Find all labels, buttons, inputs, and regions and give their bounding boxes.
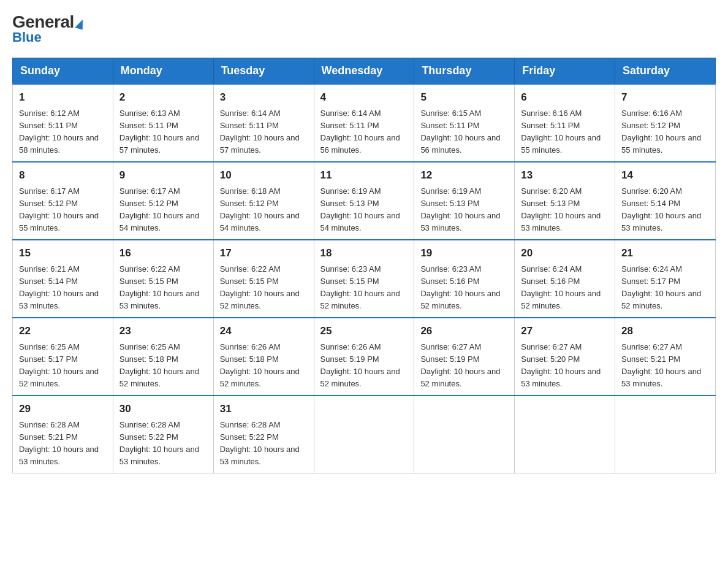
week-row-2: 8Sunrise: 6:17 AMSunset: 5:12 PMDaylight… [13, 162, 716, 240]
day-info: Sunrise: 6:23 AMSunset: 5:15 PMDaylight:… [320, 263, 408, 313]
day-info: Sunrise: 6:28 AMSunset: 5:22 PMDaylight:… [220, 419, 308, 469]
calendar-cell: 8Sunrise: 6:17 AMSunset: 5:12 PMDaylight… [13, 162, 113, 240]
day-number: 5 [420, 90, 508, 105]
day-info: Sunrise: 6:18 AMSunset: 5:12 PMDaylight:… [220, 185, 308, 235]
week-row-4: 22Sunrise: 6:25 AMSunset: 5:17 PMDayligh… [13, 318, 716, 396]
day-number: 21 [621, 245, 709, 261]
calendar-cell: 14Sunrise: 6:20 AMSunset: 5:14 PMDayligh… [615, 162, 716, 240]
calendar-cell: 15Sunrise: 6:21 AMSunset: 5:14 PMDayligh… [13, 240, 113, 318]
day-number: 2 [119, 90, 207, 105]
day-number: 12 [420, 167, 508, 183]
day-info: Sunrise: 6:20 AMSunset: 5:13 PMDaylight:… [521, 185, 609, 235]
calendar-cell: 10Sunrise: 6:18 AMSunset: 5:12 PMDayligh… [213, 162, 314, 240]
calendar-cell [615, 396, 716, 473]
day-info: Sunrise: 6:15 AMSunset: 5:11 PMDaylight:… [420, 107, 508, 157]
day-number: 8 [19, 167, 107, 183]
calendar-cell: 31Sunrise: 6:28 AMSunset: 5:22 PMDayligh… [213, 396, 314, 473]
calendar-cell: 17Sunrise: 6:22 AMSunset: 5:15 PMDayligh… [213, 240, 314, 318]
day-info: Sunrise: 6:25 AMSunset: 5:18 PMDaylight:… [119, 341, 207, 391]
day-header-saturday: Saturday [615, 58, 716, 85]
day-info: Sunrise: 6:17 AMSunset: 5:12 PMDaylight:… [19, 185, 107, 235]
calendar-cell: 22Sunrise: 6:25 AMSunset: 5:17 PMDayligh… [13, 318, 113, 396]
day-info: Sunrise: 6:12 AMSunset: 5:11 PMDaylight:… [19, 107, 107, 157]
day-number: 26 [420, 323, 508, 339]
day-info: Sunrise: 6:16 AMSunset: 5:12 PMDaylight:… [621, 107, 709, 157]
day-info: Sunrise: 6:28 AMSunset: 5:21 PMDaylight:… [19, 419, 107, 469]
day-info: Sunrise: 6:27 AMSunset: 5:21 PMDaylight:… [621, 341, 709, 391]
calendar-cell: 27Sunrise: 6:27 AMSunset: 5:20 PMDayligh… [515, 318, 615, 396]
day-number: 25 [320, 323, 408, 339]
day-info: Sunrise: 6:21 AMSunset: 5:14 PMDaylight:… [19, 263, 107, 313]
calendar-cell [515, 396, 615, 473]
day-number: 16 [119, 245, 207, 261]
day-number: 30 [119, 401, 207, 417]
day-header-friday: Friday [515, 58, 615, 85]
calendar-cell: 7Sunrise: 6:16 AMSunset: 5:12 PMDaylight… [615, 84, 716, 162]
calendar-table: SundayMondayTuesdayWednesdayThursdayFrid… [12, 58, 716, 473]
day-number: 14 [621, 167, 709, 183]
day-header-wednesday: Wednesday [314, 58, 414, 85]
day-info: Sunrise: 6:24 AMSunset: 5:17 PMDaylight:… [621, 263, 709, 313]
calendar-cell: 16Sunrise: 6:22 AMSunset: 5:15 PMDayligh… [113, 240, 213, 318]
week-row-1: 1Sunrise: 6:12 AMSunset: 5:11 PMDaylight… [13, 84, 716, 162]
day-info: Sunrise: 6:28 AMSunset: 5:22 PMDaylight:… [119, 419, 207, 469]
calendar-cell: 12Sunrise: 6:19 AMSunset: 5:13 PMDayligh… [414, 162, 515, 240]
day-info: Sunrise: 6:14 AMSunset: 5:11 PMDaylight:… [320, 107, 408, 157]
calendar-cell: 5Sunrise: 6:15 AMSunset: 5:11 PMDaylight… [414, 84, 515, 162]
day-number: 18 [320, 245, 408, 261]
logo-blue: Blue [12, 29, 42, 45]
page-header: General Blue [12, 12, 716, 45]
day-info: Sunrise: 6:27 AMSunset: 5:19 PMDaylight:… [420, 341, 508, 391]
week-row-3: 15Sunrise: 6:21 AMSunset: 5:14 PMDayligh… [13, 240, 716, 318]
day-info: Sunrise: 6:19 AMSunset: 5:13 PMDaylight:… [420, 185, 508, 235]
logo-icon [75, 18, 85, 29]
calendar-cell: 19Sunrise: 6:23 AMSunset: 5:16 PMDayligh… [414, 240, 515, 318]
calendar-cell: 6Sunrise: 6:16 AMSunset: 5:11 PMDaylight… [515, 84, 615, 162]
calendar-cell: 30Sunrise: 6:28 AMSunset: 5:22 PMDayligh… [113, 396, 213, 473]
calendar-cell: 26Sunrise: 6:27 AMSunset: 5:19 PMDayligh… [414, 318, 515, 396]
day-info: Sunrise: 6:27 AMSunset: 5:20 PMDaylight:… [521, 341, 609, 391]
day-number: 4 [320, 90, 408, 105]
day-info: Sunrise: 6:24 AMSunset: 5:16 PMDaylight:… [521, 263, 609, 313]
day-number: 19 [420, 245, 508, 261]
day-info: Sunrise: 6:22 AMSunset: 5:15 PMDaylight:… [119, 263, 207, 313]
day-number: 31 [220, 401, 308, 417]
calendar-cell: 24Sunrise: 6:26 AMSunset: 5:18 PMDayligh… [213, 318, 314, 396]
calendar-cell: 25Sunrise: 6:26 AMSunset: 5:19 PMDayligh… [314, 318, 414, 396]
day-number: 22 [19, 323, 107, 339]
calendar-cell: 23Sunrise: 6:25 AMSunset: 5:18 PMDayligh… [113, 318, 213, 396]
calendar-cell: 21Sunrise: 6:24 AMSunset: 5:17 PMDayligh… [615, 240, 716, 318]
day-number: 13 [521, 167, 609, 183]
calendar-cell: 9Sunrise: 6:17 AMSunset: 5:12 PMDaylight… [113, 162, 213, 240]
calendar-cell: 20Sunrise: 6:24 AMSunset: 5:16 PMDayligh… [515, 240, 615, 318]
day-info: Sunrise: 6:14 AMSunset: 5:11 PMDaylight:… [220, 107, 308, 157]
day-number: 1 [19, 90, 107, 105]
logo-general: General [12, 12, 74, 31]
day-info: Sunrise: 6:22 AMSunset: 5:15 PMDaylight:… [220, 263, 308, 313]
day-info: Sunrise: 6:26 AMSunset: 5:18 PMDaylight:… [220, 341, 308, 391]
calendar-cell: 11Sunrise: 6:19 AMSunset: 5:13 PMDayligh… [314, 162, 414, 240]
day-info: Sunrise: 6:20 AMSunset: 5:14 PMDaylight:… [621, 185, 709, 235]
day-info: Sunrise: 6:25 AMSunset: 5:17 PMDaylight:… [19, 341, 107, 391]
calendar-header-row: SundayMondayTuesdayWednesdayThursdayFrid… [13, 58, 716, 85]
day-number: 17 [220, 245, 308, 261]
day-header-tuesday: Tuesday [213, 58, 314, 85]
calendar-cell [314, 396, 414, 473]
day-number: 29 [19, 401, 107, 417]
calendar-cell: 3Sunrise: 6:14 AMSunset: 5:11 PMDaylight… [213, 84, 314, 162]
day-number: 3 [220, 90, 308, 105]
calendar-cell: 13Sunrise: 6:20 AMSunset: 5:13 PMDayligh… [515, 162, 615, 240]
day-info: Sunrise: 6:16 AMSunset: 5:11 PMDaylight:… [521, 107, 609, 157]
day-number: 27 [521, 323, 609, 339]
day-number: 9 [119, 167, 207, 183]
day-info: Sunrise: 6:26 AMSunset: 5:19 PMDaylight:… [320, 341, 408, 391]
day-number: 24 [220, 323, 308, 339]
calendar-cell: 4Sunrise: 6:14 AMSunset: 5:11 PMDaylight… [314, 84, 414, 162]
day-number: 20 [521, 245, 609, 261]
calendar-cell: 29Sunrise: 6:28 AMSunset: 5:21 PMDayligh… [13, 396, 113, 473]
calendar-cell: 18Sunrise: 6:23 AMSunset: 5:15 PMDayligh… [314, 240, 414, 318]
calendar-cell [414, 396, 515, 473]
day-header-thursday: Thursday [414, 58, 515, 85]
day-number: 11 [320, 167, 408, 183]
day-number: 23 [119, 323, 207, 339]
